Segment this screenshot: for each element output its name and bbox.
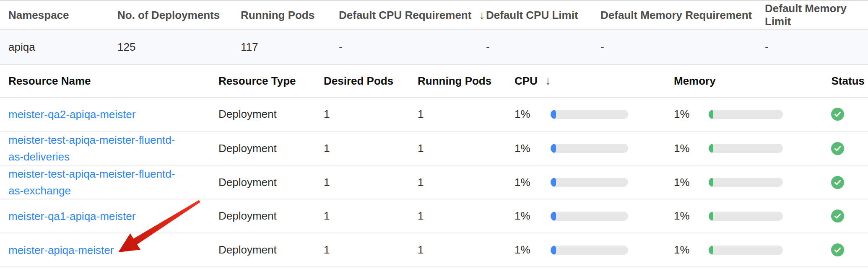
running-pods-value: 1: [418, 108, 515, 121]
memory-percent: 1%: [674, 108, 709, 121]
namespace-name: apiqa: [8, 41, 117, 54]
memory-progress-bar: [709, 246, 783, 255]
cpu-progress-bar: [551, 110, 628, 119]
header-desired-pods[interactable]: Desired Pods: [324, 75, 418, 88]
cpu-progress-fill: [551, 144, 556, 153]
sort-descending-icon: ↓: [479, 8, 485, 21]
resource-type: Deployment: [218, 210, 324, 222]
resource-name-link[interactable]: meister-qa2-apiqa-meister: [8, 106, 135, 123]
memory-percent: 1%: [674, 142, 709, 155]
resource-name-link[interactable]: meister-test-apiqa-meister-fluentd-as-ex…: [8, 166, 183, 199]
resource-table: Resource Name Resource Type Desired Pods…: [0, 65, 868, 267]
header-default-memory-limit[interactable]: Default Memory Limit: [765, 2, 865, 28]
memory-progress-fill: [709, 246, 713, 255]
namespace-default-cpu-limit: -: [486, 41, 600, 54]
sort-descending-icon: ↓: [545, 74, 551, 87]
header-cpu-label: CPU: [515, 75, 538, 87]
memory-progress-fill: [709, 178, 713, 187]
memory-progress-bar: [709, 144, 783, 153]
resource-row: meister-test-apiqa-meister-fluentd-as-de…: [0, 132, 868, 166]
running-pods-value: 1: [418, 210, 515, 222]
cpu-progress-fill: [551, 178, 556, 187]
header-namespace[interactable]: Namespace: [8, 9, 117, 22]
header-status[interactable]: Status: [827, 75, 865, 88]
memory-progress-bar: [709, 212, 783, 221]
resource-type: Deployment: [218, 108, 324, 121]
cpu-progress-fill: [551, 212, 556, 221]
healthy-status-icon: [831, 210, 844, 222]
cpu-percent: 1%: [515, 108, 551, 121]
namespace-default-memory-requirement: -: [600, 41, 765, 54]
desired-pods-value: 1: [324, 142, 418, 155]
running-pods-value: 1: [418, 176, 515, 189]
cpu-percent: 1%: [515, 243, 551, 256]
header-resource-name[interactable]: Resource Name: [8, 75, 218, 88]
resource-row: meister-qa1-apiqa-meister Deployment 1 1…: [0, 199, 868, 233]
cpu-progress-bar: [551, 144, 628, 153]
namespace-default-cpu-requirement: -: [339, 41, 486, 54]
resource-row: meister-qa2-apiqa-meister Deployment 1 1…: [0, 98, 868, 132]
header-memory[interactable]: Memory: [674, 75, 827, 88]
cpu-progress-fill: [551, 246, 556, 255]
memory-progress-bar: [709, 110, 783, 119]
resource-name-link[interactable]: meister-test-apiqa-meister-fluentd-as-de…: [8, 132, 183, 165]
desired-pods-value: 1: [324, 176, 418, 189]
resource-row: meister-apiqa-meister Deployment 1 1 1% …: [0, 233, 868, 267]
resource-table-header: Resource Name Resource Type Desired Pods…: [0, 65, 868, 98]
header-no-of-deployments[interactable]: No. of Deployments: [117, 9, 241, 22]
resource-type: Deployment: [218, 142, 324, 155]
desired-pods-value: 1: [324, 243, 418, 256]
header-running-pods[interactable]: Running Pods: [241, 9, 339, 22]
resource-type: Deployment: [218, 243, 324, 256]
namespace-table-header: Namespace No. of Deployments Running Pod…: [0, 0, 868, 30]
memory-percent: 1%: [674, 176, 709, 189]
memory-progress-bar: [709, 178, 783, 187]
desired-pods-value: 1: [324, 108, 418, 121]
namespace-table: Namespace No. of Deployments Running Pod…: [0, 0, 868, 65]
resource-name-link[interactable]: meister-qa1-apiqa-meister: [8, 208, 135, 225]
memory-progress-fill: [709, 212, 713, 221]
header-default-cpu-limit[interactable]: Default CPU Limit: [486, 9, 600, 22]
resource-row: meister-test-apiqa-meister-fluentd-as-ex…: [0, 166, 868, 199]
namespace-deployments-page: Namespace No. of Deployments Running Pod…: [0, 0, 868, 269]
header-running-pods-2[interactable]: Running Pods: [418, 75, 515, 88]
resource-type: Deployment: [218, 176, 324, 189]
healthy-status-icon: [831, 243, 844, 256]
namespace-default-memory-limit: -: [765, 41, 865, 54]
cpu-percent: 1%: [515, 142, 551, 155]
desired-pods-value: 1: [324, 210, 418, 222]
memory-percent: 1%: [674, 210, 709, 222]
healthy-status-icon: [831, 108, 844, 121]
header-default-cpu-requirement[interactable]: Default CPU Requirement↓: [339, 8, 486, 22]
healthy-status-icon: [831, 176, 844, 189]
namespace-deployments-count: 125: [117, 41, 241, 54]
memory-percent: 1%: [674, 243, 709, 256]
header-cpu[interactable]: CPU↓: [515, 74, 674, 88]
running-pods-value: 1: [418, 243, 515, 256]
running-pods-value: 1: [418, 142, 515, 155]
cpu-progress-fill: [551, 110, 556, 119]
healthy-status-icon: [831, 142, 844, 155]
resource-name-link-arrow-target[interactable]: meister-apiqa-meister: [8, 242, 114, 259]
header-default-memory-requirement[interactable]: Default Memory Requirement: [600, 9, 765, 22]
cpu-progress-bar: [551, 246, 628, 255]
header-resource-type[interactable]: Resource Type: [218, 75, 324, 88]
memory-progress-fill: [709, 110, 713, 119]
namespace-row-apiqa[interactable]: apiqa 125 117 - - - -: [0, 30, 868, 65]
cpu-percent: 1%: [515, 210, 551, 222]
namespace-running-pods-count: 117: [241, 41, 339, 54]
header-default-cpu-requirement-label: Default CPU Requirement: [339, 9, 471, 21]
cpu-percent: 1%: [515, 176, 551, 189]
memory-progress-fill: [709, 144, 713, 153]
cpu-progress-bar: [551, 212, 628, 221]
cpu-progress-bar: [551, 178, 628, 187]
